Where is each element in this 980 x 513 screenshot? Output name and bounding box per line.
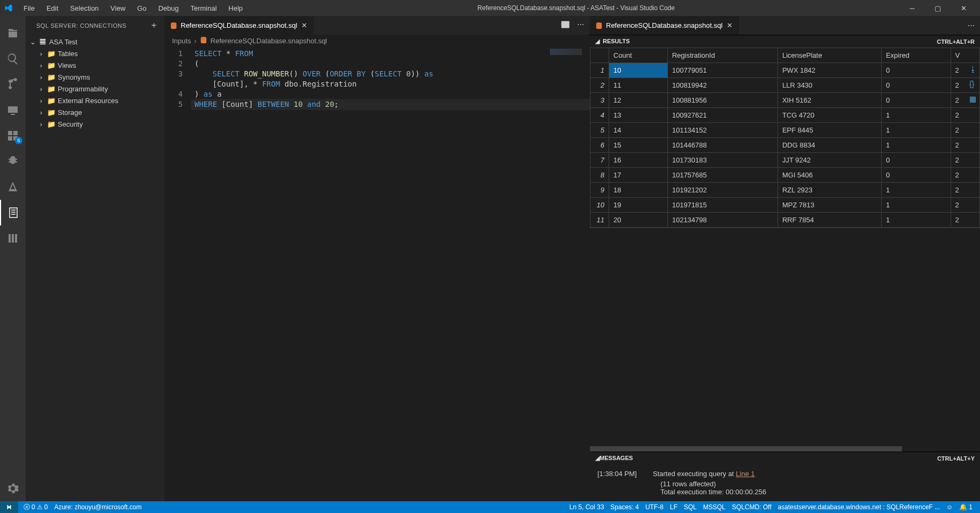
table-cell[interactable]: 2 [590,78,609,93]
status-server[interactable]: asatestserver.database.windows.net : SQL… [775,503,944,511]
table-cell[interactable]: 101730183 [667,153,777,168]
more-actions-icon[interactable]: ⋯ [968,21,975,29]
activity-debug[interactable] [0,149,26,174]
activity-source-control[interactable] [0,72,26,97]
table-cell[interactable]: DDG 8834 [777,138,881,153]
col-rownum[interactable] [590,48,609,63]
status-errors[interactable]: ⓧ0⚠0 [20,501,51,513]
table-cell[interactable]: 100881956 [667,93,777,108]
menu-view[interactable]: View [105,2,131,14]
tree-item-storage[interactable]: ›📁Storage [26,106,165,118]
table-cell[interactable]: 19 [609,198,668,213]
tree-root[interactable]: ⌄ ASA Test [26,36,165,48]
status-feedback-icon[interactable]: ☺ [943,503,956,511]
table-cell[interactable]: 12 [609,93,668,108]
add-connection-button[interactable]: ＋ [150,20,159,31]
table-cell[interactable]: 0 [881,63,951,78]
col-registrationid[interactable]: RegistrationId [667,48,777,63]
tree-item-security[interactable]: ›📁Security [26,118,165,130]
more-actions-icon[interactable]: ⋯ [577,20,584,30]
table-cell[interactable]: 1 [881,108,951,123]
activity-library[interactable] [0,226,26,251]
table-row[interactable]: 615101446788DDG 883412 [590,138,980,153]
minimap[interactable] [550,49,582,55]
status-cursor-position[interactable]: Ln 5, Col 33 [566,503,608,511]
table-row[interactable]: 312100881956XIH 516202 [590,93,980,108]
table-cell[interactable]: LLR 3430 [777,78,881,93]
table-cell[interactable]: 101971815 [667,198,777,213]
table-cell[interactable]: 2 [951,108,979,123]
status-encoding[interactable]: UTF-8 [642,503,667,511]
table-cell[interactable]: 1 [881,138,951,153]
table-cell[interactable]: 1 [881,198,951,213]
table-cell[interactable]: 6 [590,138,609,153]
table-row[interactable]: 918101921202RZL 292312 [590,183,980,198]
table-cell[interactable]: 17 [609,168,668,183]
table-cell[interactable]: 13 [609,108,668,123]
activity-azure[interactable] [0,174,26,200]
table-cell[interactable]: MPZ 7813 [777,198,881,213]
table-cell[interactable]: 0 [881,168,951,183]
table-row[interactable]: 817101757685MGI 540602 [590,168,980,183]
code-editor[interactable]: 12345 SELECT * FROM ( SELECT ROW_NUMBER(… [165,46,589,501]
table-cell[interactable]: MGI 5406 [777,168,881,183]
table-cell[interactable]: 3 [590,93,609,108]
table-cell[interactable]: RZL 2923 [777,183,881,198]
col-licenseplate[interactable]: LicensePlate [777,48,881,63]
activity-explorer[interactable] [0,20,26,46]
col-expired[interactable]: Expired [881,48,951,63]
menu-terminal[interactable]: Terminal [185,2,222,14]
table-cell[interactable]: 1 [590,63,609,78]
activity-remote[interactable] [0,97,26,123]
status-sqlcmd[interactable]: SQLCMD: Off [729,503,775,511]
close-tab-icon[interactable]: ✕ [300,21,308,29]
table-cell[interactable]: 1 [881,183,951,198]
table-cell[interactable]: 8 [590,168,609,183]
tree-item-synonyms[interactable]: ›📁Synonyms [26,71,165,83]
table-cell[interactable]: RRF 7854 [777,213,881,228]
activity-settings[interactable] [0,476,26,501]
message-link[interactable]: Line 1 [736,470,755,478]
table-cell[interactable]: 14 [609,123,668,138]
status-eol[interactable]: LF [667,503,681,511]
table-cell[interactable]: TCG 4720 [777,108,881,123]
col-count[interactable]: Count [609,48,668,63]
status-azure[interactable]: Azure: zhouyu@microsoft.com [51,501,145,513]
menu-debug[interactable]: Debug [153,2,184,14]
table-cell[interactable]: 2 [951,138,979,153]
table-row[interactable]: 110100779051PWX 184202 [590,63,980,78]
activity-search[interactable] [0,46,26,72]
export-json-icon[interactable]: {} [969,80,977,88]
table-cell[interactable]: 0 [881,78,951,93]
table-cell[interactable]: 1 [881,213,951,228]
table-cell[interactable]: 2 [951,183,979,198]
table-cell[interactable]: 101921202 [667,183,777,198]
horizontal-scrollbar[interactable] [590,446,980,452]
close-tab-icon[interactable]: ✕ [726,21,734,29]
remote-indicator[interactable] [0,501,18,513]
table-cell[interactable]: 102134798 [667,213,777,228]
menu-selection[interactable]: Selection [65,2,104,14]
table-cell[interactable]: 18 [609,183,668,198]
table-cell[interactable]: 20 [609,213,668,228]
breadcrumb-folder[interactable]: Inputs [172,37,191,45]
table-cell[interactable]: 11 [590,213,609,228]
table-row[interactable]: 716101730183JJT 924202 [590,153,980,168]
table-cell[interactable]: 0 [881,153,951,168]
status-language[interactable]: SQL [681,503,700,511]
tab-sql-file[interactable]: ReferenceSQLDatabase.snapshot.sql ✕ [165,16,314,35]
menu-file[interactable]: File [18,2,40,14]
table-cell[interactable]: 1 [881,123,951,138]
table-row[interactable]: 1120102134798RRF 785412 [590,213,980,228]
table-cell[interactable]: 2 [951,168,979,183]
export-csv-icon[interactable]: ⭳ [969,65,977,73]
close-window-button[interactable]: ✕ [955,4,971,12]
table-row[interactable]: 514101134152EPF 844512 [590,123,980,138]
table-cell[interactable]: 16 [609,153,668,168]
table-cell[interactable]: 101757685 [667,168,777,183]
results-panel-header[interactable]: ◢RESULTS CTRL+ALT+R [590,35,980,48]
status-mssql[interactable]: MSSQL [700,503,729,511]
activity-sql[interactable] [0,200,26,226]
results-table[interactable]: Count RegistrationId LicensePlate Expire… [590,48,980,228]
table-cell[interactable]: 7 [590,153,609,168]
